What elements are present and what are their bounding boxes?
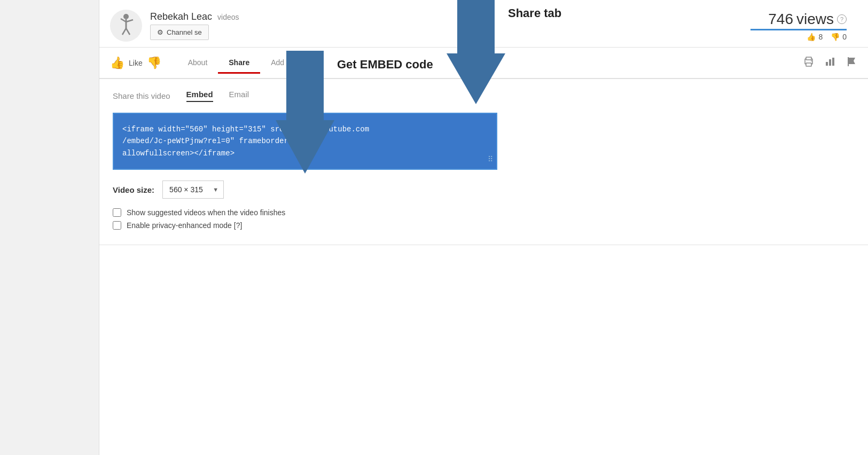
like-button[interactable]: 👍: [110, 56, 124, 70]
channel-avatar: [110, 10, 142, 42]
flag-icon: [846, 58, 857, 69]
channel-settings-button[interactable]: ⚙ Channel se: [150, 25, 209, 40]
like-label: Like: [129, 59, 143, 67]
print-icon: [803, 58, 815, 69]
video-size-label: Video size:: [113, 185, 154, 194]
nav-tabs: About Share Add to: [177, 53, 803, 73]
embed-code-text: <iframe width="560" height="315" src="//…: [122, 125, 369, 158]
suggested-videos-checkbox[interactable]: [113, 208, 121, 217]
svg-rect-7: [806, 63, 811, 66]
action-bar: 👍 Like 👎 About Share Add to: [99, 48, 868, 79]
flag-button[interactable]: [846, 56, 857, 70]
embed-tab[interactable]: Embed: [186, 90, 213, 102]
like-dislike-counts: 👍 8 👎 0: [750, 33, 847, 41]
video-size-select-wrapper: 560 × 315 640 × 360 853 × 480 1280 × 720: [162, 181, 224, 199]
print-button[interactable]: [803, 56, 815, 70]
resize-handle[interactable]: ⠿: [488, 154, 493, 166]
sidebar: [0, 0, 99, 455]
thumbdown-icon: 👎: [831, 33, 840, 41]
thumbup-icon: 👍: [807, 33, 816, 41]
share-tabs: Share this video Embed Email: [113, 90, 855, 102]
action-like-section: 👍 Like 👎: [110, 56, 161, 70]
privacy-enhanced-label: Enable privacy-enhanced mode [?]: [127, 221, 242, 230]
stats-button[interactable]: [824, 56, 836, 70]
email-tab[interactable]: Email: [229, 90, 249, 102]
channel-videos-label: videos: [217, 13, 239, 21]
embed-code-box[interactable]: <iframe width="560" height="315" src="//…: [113, 113, 497, 170]
svg-line-3: [126, 20, 133, 22]
views-count: 746 views ?: [750, 11, 847, 28]
tab-addto[interactable]: Add to: [260, 53, 303, 74]
share-section: Share this video Embed Email <iframe wid…: [99, 79, 868, 245]
views-bar: [750, 29, 847, 30]
svg-point-0: [123, 14, 129, 19]
suggested-videos-label: Show suggested videos when the video fin…: [127, 208, 285, 217]
svg-rect-11: [829, 59, 831, 66]
views-help-icon[interactable]: ?: [837, 14, 847, 24]
svg-line-4: [122, 28, 126, 35]
main-content: Rebekah Leac videos ⚙ Channel se 746 vie…: [99, 0, 868, 455]
svg-rect-10: [826, 62, 828, 66]
dislike-button[interactable]: 👎: [147, 56, 161, 70]
checkbox-privacy-enhanced: Enable privacy-enhanced mode [?]: [113, 221, 855, 230]
views-section: 746 views ? 👍 8 👎 0: [750, 11, 857, 41]
tab-share[interactable]: Share: [218, 53, 260, 74]
svg-rect-8: [806, 57, 811, 60]
video-size-row: Video size: 560 × 315 640 × 360 853 × 48…: [113, 181, 855, 199]
gear-icon: ⚙: [157, 28, 163, 36]
thumbdown-action-icon: 👎: [147, 56, 161, 69]
like-count: 👍 8: [807, 33, 823, 41]
checkbox-suggested-videos: Show suggested videos when the video fin…: [113, 208, 855, 217]
privacy-enhanced-checkbox[interactable]: [113, 221, 121, 230]
video-size-select[interactable]: 560 × 315 640 × 360 853 × 480 1280 × 720: [162, 181, 224, 199]
channel-name: Rebekah Leac videos: [150, 11, 750, 22]
channel-avatar-image: [113, 12, 139, 39]
channel-header: Rebekah Leac videos ⚙ Channel se 746 vie…: [99, 0, 868, 48]
svg-line-5: [126, 28, 130, 35]
action-icons: [803, 56, 857, 70]
svg-rect-12: [832, 58, 834, 66]
dislike-count: 👎 0: [831, 33, 847, 41]
stats-icon: [824, 58, 836, 69]
share-this-video-label: Share this video: [113, 91, 170, 100]
channel-info: Rebekah Leac videos ⚙ Channel se: [150, 11, 750, 40]
svg-point-9: [811, 60, 812, 61]
tab-about[interactable]: About: [177, 53, 218, 74]
thumbup-action-icon: 👍: [110, 56, 124, 69]
